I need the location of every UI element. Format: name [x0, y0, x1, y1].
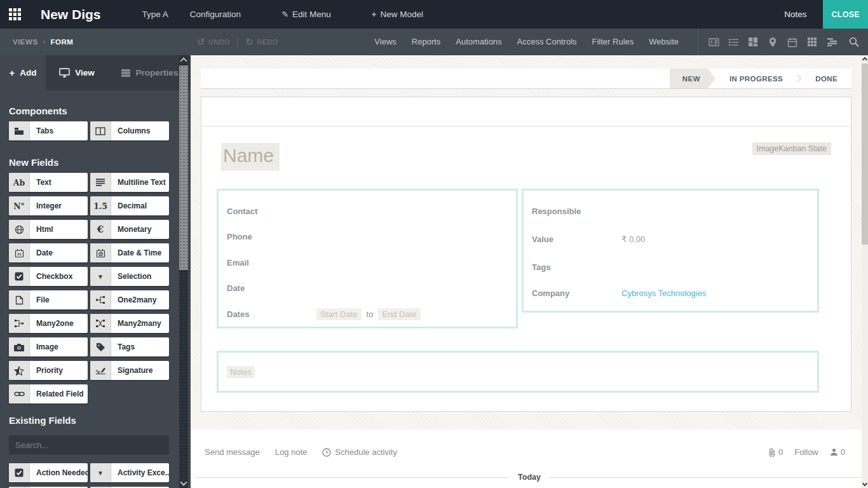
tab-view[interactable]: View — [46, 55, 108, 90]
field-row-responsible[interactable]: Responsible — [524, 198, 817, 224]
field-row-tags[interactable]: Tags — [524, 255, 817, 281]
field-row-value[interactable]: Value ₹ 0.00 — [524, 224, 817, 255]
field-row-date[interactable]: Date — [219, 276, 516, 302]
app-title: New Digs — [41, 7, 101, 22]
field-row-email[interactable]: Email — [219, 250, 516, 276]
field-priority[interactable]: Priority — [9, 361, 88, 380]
pivot-view-icon[interactable] — [806, 36, 818, 48]
menu-type-a[interactable]: Type A — [134, 0, 177, 29]
schedule-activity-button[interactable]: Schedule activity — [322, 447, 397, 457]
sheet-divider — [201, 126, 851, 126]
svg-text:21: 21 — [17, 252, 22, 256]
left-field-group[interactable]: Contact Phone Email Date Dates Start Dat… — [217, 189, 518, 329]
close-button[interactable]: CLOSE — [823, 0, 868, 29]
one2many-icon — [90, 290, 111, 309]
globe-icon — [9, 220, 30, 239]
field-signature[interactable]: Signature — [90, 361, 169, 380]
company-link[interactable]: Cybrosys Technologies — [621, 288, 706, 298]
attachments-button[interactable]: 0 — [768, 447, 783, 457]
start-date-input[interactable]: Start Date — [316, 308, 362, 320]
new-model-button[interactable]: +New Model — [363, 0, 431, 29]
status-step-done[interactable]: DONE — [801, 69, 851, 88]
scroll-up-icon[interactable] — [862, 57, 867, 62]
search-icon[interactable] — [848, 36, 860, 48]
field-integer[interactable]: N° Integer — [9, 196, 88, 215]
field-one2many[interactable]: One2many — [90, 290, 169, 309]
nav-access-controls[interactable]: Access Controls — [510, 29, 585, 55]
notes-menu[interactable]: Notes — [784, 10, 806, 19]
multiline-text-icon — [90, 173, 111, 192]
scroll-down-icon[interactable] — [862, 481, 867, 486]
breadcrumb-separator: › — [43, 37, 46, 46]
field-text[interactable]: Ab Text — [9, 173, 88, 192]
list-view-icon[interactable] — [727, 36, 740, 48]
map-view-icon[interactable] — [766, 36, 779, 48]
field-tags[interactable]: Tags — [90, 337, 169, 356]
component-columns[interactable]: Columns — [90, 121, 169, 140]
components-grid: Tabs Columns — [9, 121, 169, 140]
field-row-company[interactable]: Company Cybrosys Technologies — [524, 280, 817, 306]
camera-icon — [9, 337, 30, 356]
field-date[interactable]: 21 Date — [9, 243, 88, 262]
field-row-contact[interactable]: Contact — [219, 198, 516, 224]
field-row-dates[interactable]: Dates Start Date to End Date — [219, 301, 516, 327]
send-message-button[interactable]: Send message — [205, 447, 260, 457]
undo-button[interactable]: ↺UNDO — [197, 36, 230, 48]
end-date-input[interactable]: End Date — [378, 308, 420, 320]
field-many2one[interactable]: Many2one — [9, 314, 88, 333]
field-image[interactable]: Image — [9, 337, 88, 356]
field-related[interactable]: Related Field — [9, 384, 88, 403]
kanban-state-placeholder[interactable]: ImageKanban State — [752, 142, 832, 155]
existing-field-activity-exception[interactable]: ▼ Activity Exce... — [90, 463, 169, 482]
field-selection[interactable]: ▼ Selection — [90, 267, 169, 286]
followers-button[interactable]: 0 — [830, 447, 845, 457]
sidebar-scrollbar[interactable] — [179, 55, 188, 488]
field-html[interactable]: Html — [9, 220, 88, 239]
gantt-view-icon[interactable] — [825, 36, 838, 48]
right-field-group[interactable]: Responsible Value ₹ 0.00 Tags Company Cy… — [522, 189, 819, 313]
notes-field-group[interactable]: Notes — [217, 351, 819, 393]
field-multiline-text[interactable]: Multiline Text — [90, 173, 169, 192]
log-note-button[interactable]: Log note — [275, 447, 308, 457]
nav-website[interactable]: Website — [641, 29, 686, 55]
field-datetime[interactable]: Date & Time — [90, 243, 169, 262]
name-field-placeholder[interactable]: Name — [221, 143, 280, 171]
field-monetary[interactable]: € Monetary — [90, 220, 169, 239]
sidebar-tabs: + Add View Properties — [0, 55, 191, 90]
kanban-view-icon[interactable] — [747, 36, 759, 48]
notes-placeholder[interactable]: Notes — [227, 366, 255, 378]
main-scrollbar[interactable] — [862, 55, 868, 488]
main-scrollbar-thumb[interactable] — [862, 64, 868, 245]
status-step-in-progress[interactable]: IN PROGRESS — [715, 69, 797, 88]
nav-views[interactable]: Views — [367, 29, 403, 55]
checkbox-icon — [9, 267, 30, 286]
apps-grid-icon[interactable] — [0, 0, 29, 29]
nav-reports[interactable]: Reports — [404, 29, 449, 55]
menu-configuration[interactable]: Configuration — [182, 0, 249, 29]
decimal-icon: 1.5 — [90, 196, 111, 215]
tab-add[interactable]: + Add — [0, 55, 46, 90]
field-checkbox[interactable]: Checkbox — [9, 267, 88, 286]
redo-button[interactable]: ↻REDO — [245, 36, 278, 48]
existing-field-action-needed[interactable]: Action Needed — [9, 463, 88, 482]
field-row-phone[interactable]: Phone — [219, 224, 516, 250]
edit-menu-button[interactable]: ✎Edit Menu — [273, 0, 339, 29]
tab-properties[interactable]: Properties — [108, 55, 191, 90]
nav-automations[interactable]: Automations — [448, 29, 509, 55]
paperclip-icon — [768, 448, 776, 457]
follow-button[interactable]: Follow — [794, 447, 818, 457]
field-decimal[interactable]: 1.5 Decimal — [90, 196, 169, 215]
breadcrumb-views[interactable]: VIEWS — [13, 38, 38, 46]
top-menu: Type A Configuration ✎Edit Menu +New Mod… — [134, 0, 431, 29]
calendar-view-icon[interactable] — [786, 36, 799, 48]
form-view-icon[interactable] — [707, 36, 720, 48]
status-step-new[interactable]: NEW — [670, 69, 715, 88]
component-tabs[interactable]: Tabs — [9, 121, 88, 140]
field-file[interactable]: File — [9, 290, 88, 309]
field-many2many[interactable]: Many2many — [90, 314, 169, 333]
sidebar-scrollbar-thumb[interactable] — [179, 65, 188, 270]
search-input[interactable] — [9, 435, 169, 454]
nav-filter-rules[interactable]: Filter Rules — [585, 29, 642, 55]
scroll-down-icon[interactable] — [180, 478, 187, 485]
scroll-up-icon[interactable] — [180, 57, 187, 64]
